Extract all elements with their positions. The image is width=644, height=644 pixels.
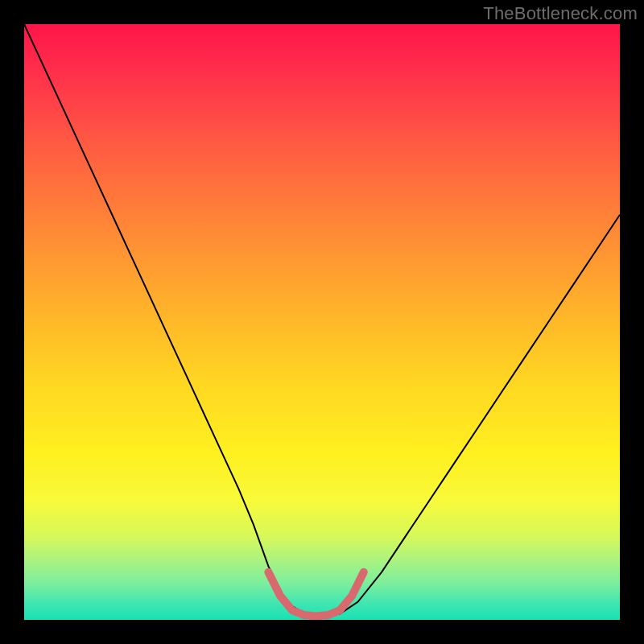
plot-area [24, 24, 620, 620]
chart-stage: TheBottleneck.com [0, 0, 644, 644]
background-gradient [24, 24, 620, 620]
watermark-text: TheBottleneck.com [483, 3, 638, 24]
